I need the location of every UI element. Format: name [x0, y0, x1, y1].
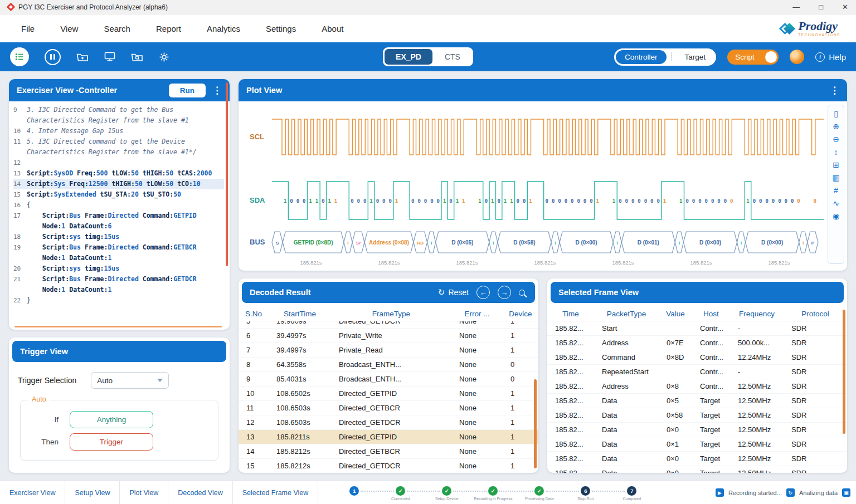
palette-icon[interactable] — [790, 50, 804, 64]
table-row[interactable]: 10108.6502sDirected_GETPIDNone1 — [239, 386, 538, 401]
column-header[interactable]: S.No — [239, 310, 269, 318]
compare-icon[interactable]: ▥ — [832, 174, 839, 182]
device-monitor-icon[interactable] — [104, 52, 115, 62]
step-dot[interactable]: ✓ — [488, 486, 498, 496]
tab-decoded-view[interactable]: Decoded View — [168, 481, 232, 504]
table-row[interactable]: 15185.8212sDirected_GETDCRNone1 — [239, 459, 538, 473]
role-tab-target[interactable]: Target — [676, 50, 715, 64]
minimize-icon[interactable]: — — [792, 3, 800, 11]
table-row[interactable]: 14185.8212sDirected_GETBCRNone1 — [239, 444, 538, 459]
code-line: Node:1 DataCount:1 — [13, 285, 224, 295]
column-header[interactable]: Frequency — [730, 310, 784, 318]
table-row[interactable]: 985.4031sBroadcast_ENTH...None0 — [239, 372, 538, 386]
decoded-scrollbar[interactable] — [534, 379, 537, 468]
table-cell: SDR — [784, 382, 847, 390]
table-cell: 185.82... — [547, 469, 594, 473]
menu-report[interactable]: Report — [156, 24, 181, 33]
trigger-selection-dropdown[interactable]: Auto — [91, 372, 169, 389]
measure-icon[interactable]: ∿ — [833, 199, 839, 207]
search-icon[interactable] — [519, 290, 525, 296]
zoom-in-icon[interactable]: ⊕ — [833, 123, 839, 130]
step-dot[interactable]: 6 — [581, 486, 590, 496]
table-row[interactable]: 864.3558sBroadcast_ENTH...None0 — [239, 358, 538, 372]
maximize-icon[interactable]: □ — [819, 3, 823, 11]
table-cell: Data — [594, 425, 659, 434]
mode-tab-ex_pd[interactable]: EX_PD — [385, 49, 432, 65]
mode-tab-cts[interactable]: CTS — [434, 49, 471, 65]
menu-file[interactable]: File — [21, 24, 35, 33]
tab-setup-view[interactable]: Setup View — [65, 481, 120, 504]
menu-view[interactable]: View — [60, 24, 78, 33]
status-corner-icon[interactable]: ▣ — [842, 488, 850, 497]
reset-button[interactable]: ↻ Reset — [438, 287, 469, 297]
selected-frame-scrollbar[interactable] — [843, 310, 845, 434]
editor-horizontal-scrollbar[interactable] — [14, 326, 222, 327]
column-header[interactable]: PacketType — [594, 310, 659, 318]
column-header[interactable]: FrameType — [331, 310, 451, 318]
settings-gear-icon[interactable] — [159, 52, 169, 62]
menu-settings[interactable]: Settings — [266, 24, 296, 33]
script-toggle[interactable]: Script — [727, 50, 779, 65]
table-row[interactable]: 185.82...Command0×8DContr...12.24MHzSDR — [547, 350, 847, 365]
menu-about[interactable]: About — [322, 24, 343, 33]
exerciser-menu-icon[interactable]: ⋮ — [212, 85, 222, 96]
table-cell: Data — [594, 469, 659, 473]
folder-search-icon[interactable] — [131, 52, 143, 62]
pause-icon[interactable] — [45, 49, 61, 65]
next-frame-button[interactable]: → — [498, 286, 511, 299]
column-header[interactable]: Device — [503, 310, 538, 318]
table-row[interactable]: 11108.6503sDirected_GETBCRNone1 — [239, 401, 538, 415]
column-header[interactable]: Protocol — [784, 310, 847, 318]
table-row[interactable]: 185.82...Data0×58Target12.50MHzSDR — [547, 408, 847, 423]
pan-icon[interactable]: ↕ — [834, 148, 838, 156]
prev-frame-button[interactable]: ← — [476, 286, 490, 299]
step-dot[interactable]: 1 — [349, 486, 359, 496]
tab-exerciser-view[interactable]: Exerciser View — [0, 481, 65, 504]
anything-button[interactable]: Anything — [70, 411, 153, 428]
tab-selected-frame-view[interactable]: Selected Frame View — [233, 481, 319, 504]
column-header[interactable]: Error ... — [451, 310, 503, 318]
table-row[interactable]: 185.82...Address0×8Contr...12.50MHzSDR — [547, 379, 847, 394]
exerciser-mode-button[interactable] — [10, 47, 29, 66]
table-row[interactable]: 185.82...StartContr...-SDR — [547, 321, 847, 336]
snapshot-icon[interactable]: ◉ — [833, 212, 839, 220]
step-dot[interactable]: ✓ — [442, 486, 451, 496]
table-cell: 64.3558s — [269, 360, 331, 369]
step-dot[interactable]: ✓ — [534, 486, 544, 496]
step-dot[interactable]: 7 — [627, 486, 636, 496]
role-tab-controller[interactable]: Controller — [616, 50, 667, 64]
table-row[interactable]: 185.82...Data0×0Target12.50MHzSDR — [547, 466, 847, 473]
grid-icon[interactable]: # — [834, 187, 838, 194]
column-header[interactable]: Time — [547, 310, 594, 318]
tab-plot-view[interactable]: Plot View — [120, 481, 168, 504]
table-row[interactable]: 639.4997sPrivate_WriteNone1 — [239, 329, 538, 343]
table-row[interactable]: 12108.6503sDirected_GETDCRNone1 — [239, 415, 538, 430]
table-row[interactable]: 185.82...Data0×5Target12.50MHzSDR — [547, 394, 847, 408]
column-header[interactable]: Value — [659, 310, 692, 318]
editor-vertical-scrollbar[interactable] — [226, 82, 228, 266]
script-editor[interactable]: 93. I3C Directed Command to get the BusC… — [9, 101, 230, 330]
table-cell: 8 — [239, 360, 269, 369]
close-icon[interactable]: ✕ — [842, 3, 848, 11]
menu-analytics[interactable]: Analytics — [207, 24, 240, 33]
probe-icon[interactable]: ▯ — [834, 110, 838, 118]
help-button[interactable]: i Help — [815, 52, 846, 62]
zoom-out-icon[interactable]: ⊖ — [833, 135, 839, 143]
plot-menu-icon[interactable]: ⋮ — [830, 85, 839, 96]
table-row[interactable]: 185.82...Data0×0Target12.50MHzSDR — [547, 452, 847, 466]
move-icon[interactable]: ⊞ — [833, 161, 839, 169]
table-row[interactable]: 185.82...Data0×1Target12.50MHzSDR — [547, 437, 847, 452]
column-header[interactable]: Host — [692, 310, 730, 318]
open-project-icon[interactable] — [76, 52, 89, 62]
waveform-plot[interactable]: SCLSDABUS1000110110001000100000101110101… — [241, 105, 824, 267]
table-row[interactable]: 185.82...Data0×0Target12.50MHzSDR — [547, 423, 847, 437]
table-row[interactable]: 13185.8211sDirected_GETPIDNone1 — [239, 430, 538, 444]
table-row[interactable]: 739.4997sPrivate_ReadNone1 — [239, 343, 538, 358]
menu-search[interactable]: Search — [104, 24, 130, 33]
trigger-button[interactable]: Trigger — [70, 433, 153, 451]
column-header[interactable]: StartTime — [269, 310, 331, 318]
step-dot[interactable]: ✓ — [396, 486, 405, 496]
table-row[interactable]: 185.82...RepeatedStartContr...-SDR — [547, 365, 847, 379]
run-button[interactable]: Run — [169, 84, 206, 97]
table-row[interactable]: 185.82...Address0×7EContr...500.00k...SD… — [547, 336, 847, 350]
